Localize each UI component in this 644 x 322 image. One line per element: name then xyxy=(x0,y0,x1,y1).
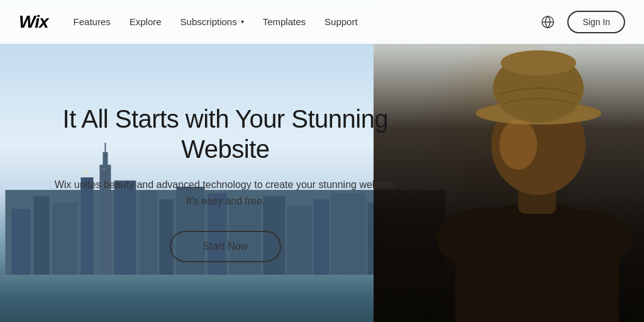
language-icon[interactable] xyxy=(541,15,555,29)
nav-templates[interactable]: Templates xyxy=(263,16,306,27)
nav-right: Sign In xyxy=(541,11,625,33)
svg-point-30 xyxy=(501,50,576,75)
nav-subscriptions[interactable]: Subscriptions ▾ xyxy=(180,16,244,27)
svg-point-32 xyxy=(543,211,631,267)
svg-point-31 xyxy=(436,208,537,270)
hero-content: It All Starts with Your Stunning Website… xyxy=(0,44,451,322)
svg-point-33 xyxy=(499,119,537,170)
hero-subtitle: Wix unites beauty and advanced technolog… xyxy=(49,177,401,209)
start-now-button[interactable]: Start Now xyxy=(170,231,281,262)
nav-support[interactable]: Support xyxy=(325,16,358,27)
signin-button[interactable]: Sign In xyxy=(567,11,625,33)
navbar: Wix Features Explore Subscriptions ▾ Tem… xyxy=(0,0,644,44)
nav-links: Features Explore Subscriptions ▾ Templat… xyxy=(74,16,541,27)
subscriptions-dropdown-icon: ▾ xyxy=(241,18,244,25)
brand-logo: Wix xyxy=(19,12,48,32)
hero-title: It All Starts with Your Stunning Website xyxy=(38,104,413,164)
nav-explore[interactable]: Explore xyxy=(130,16,162,27)
nav-features[interactable]: Features xyxy=(74,16,111,27)
page-wrapper: Wix Features Explore Subscriptions ▾ Tem… xyxy=(0,0,644,322)
